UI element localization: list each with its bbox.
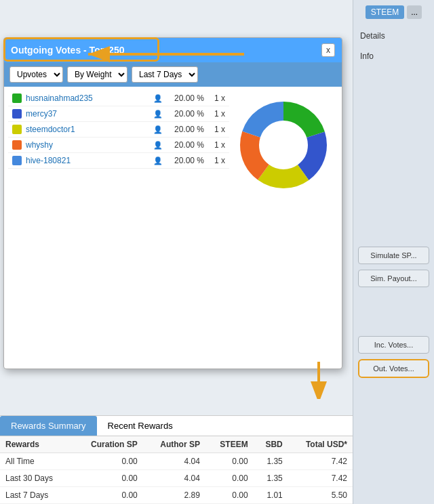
vote-percentage: 20.00 %: [167, 109, 204, 119]
vote-count: 1 x: [208, 93, 225, 103]
sidebar-item-info[interactable]: Info: [353, 47, 434, 65]
simulate-sp-button[interactable]: Simulate SP...: [358, 247, 429, 264]
modal-header: Outgoing Votes - Top 250 x: [4, 38, 342, 62]
vote-count: 1 x: [208, 125, 225, 134]
weight-select[interactable]: By Weight: [67, 66, 127, 83]
modal-outgoing-votes: Outgoing Votes - Top 250 x Upvotes By We…: [3, 37, 342, 369]
steem-button[interactable]: STEEM: [366, 5, 404, 19]
out-votes-button[interactable]: Out. Votes...: [358, 359, 429, 378]
vote-color-indicator: [12, 109, 22, 119]
filter-bar: Upvotes By Weight Last 7 Days: [4, 62, 342, 87]
rewards-cell: 4.04: [143, 470, 205, 487]
vote-percentage: 20.00 %: [167, 140, 204, 150]
rewards-table-body: All Time0.004.040.001.357.42Last 30 Days…: [0, 453, 353, 504]
chart-area: [229, 91, 338, 359]
vote-username[interactable]: whyshy: [26, 140, 149, 150]
rewards-col-header: Total USD*: [288, 436, 353, 453]
user-icon: 👤: [153, 141, 163, 150]
vote-row: mercy37 👤 20.00 % 1 x: [8, 106, 229, 122]
rewards-cell: 0.00: [72, 470, 143, 487]
sidebar-top-bar: STEEM ...: [366, 5, 422, 19]
rewards-cell: 5.50: [288, 487, 353, 504]
rewards-table-header: RewardsCuration SPAuthor SPSTEEMSBDTotal…: [0, 436, 353, 453]
vote-percentage: 20.00 %: [167, 93, 204, 103]
inc-votes-button[interactable]: Inc. Votes...: [358, 336, 429, 354]
rewards-col-header: Curation SP: [72, 436, 143, 453]
rewards-table: RewardsCuration SPAuthor SPSTEEMSBDTotal…: [0, 436, 353, 504]
vote-row: steemdoctor1 👤 20.00 % 1 x: [8, 122, 229, 138]
rewards-cell: 0.00: [72, 487, 143, 504]
vote-count: 1 x: [208, 109, 225, 119]
dots-button[interactable]: ...: [407, 5, 422, 19]
vote-color-indicator: [12, 125, 22, 134]
rewards-cell: 7.42: [288, 470, 353, 487]
vote-username[interactable]: husnainahmad235: [26, 93, 149, 103]
rewards-cell: 0.00: [205, 453, 254, 470]
modal-body: husnainahmad235 👤 20.00 % 1 x mercy37 👤 …: [4, 87, 342, 363]
vote-row: hive-180821 👤 20.00 % 1 x: [8, 153, 229, 169]
rewards-cell: 0.00: [72, 453, 143, 470]
vote-username[interactable]: hive-180821: [26, 156, 149, 165]
user-icon: 👤: [153, 125, 163, 134]
rewards-cell: 7.42: [288, 453, 353, 470]
rewards-col-header: Rewards: [0, 436, 72, 453]
rewards-col-header: STEEM: [205, 436, 254, 453]
vote-count: 1 x: [208, 140, 225, 150]
modal-title: Outgoing Votes - Top 250: [11, 45, 124, 56]
vote-color-indicator: [12, 93, 22, 103]
vote-username[interactable]: steemdoctor1: [26, 125, 149, 134]
vote-username[interactable]: mercy37: [26, 109, 149, 119]
rewards-col-header: SBD: [254, 436, 288, 453]
chart-center: [269, 130, 298, 160]
rewards-row-label: All Time: [0, 453, 72, 470]
rewards-header-row: RewardsCuration SPAuthor SPSTEEMSBDTotal…: [0, 436, 353, 453]
rewards-row-label: Last 30 Days: [0, 470, 72, 487]
vote-list: husnainahmad235 👤 20.00 % 1 x mercy37 👤 …: [8, 91, 229, 359]
rewards-data-row: Last 30 Days0.004.040.001.357.42: [0, 470, 353, 487]
rewards-cell: 0.00: [205, 487, 254, 504]
rewards-data-row: All Time0.004.040.001.357.42: [0, 453, 353, 470]
user-icon: 👤: [153, 94, 163, 103]
vote-row: husnainahmad235 👤 20.00 % 1 x: [8, 91, 229, 106]
rewards-data-row: Last 7 Days0.002.890.001.015.50: [0, 487, 353, 504]
donut-chart: [236, 98, 331, 192]
rewards-col-header: Author SP: [143, 436, 205, 453]
rewards-section: Rewards Summary Recent Rewards RewardsCu…: [0, 415, 353, 504]
vote-percentage: 20.00 %: [167, 125, 204, 134]
vote-color-indicator: [12, 140, 22, 150]
rewards-cell: 4.04: [143, 453, 205, 470]
rewards-cell: 2.89: [143, 487, 205, 504]
vote-percentage: 20.00 %: [167, 156, 204, 165]
user-icon: 👤: [153, 110, 163, 119]
period-select[interactable]: Last 7 Days: [132, 66, 198, 83]
modal-close-button[interactable]: x: [321, 43, 335, 57]
vote-type-select[interactable]: Upvotes: [9, 66, 63, 83]
vote-color-indicator: [12, 156, 22, 165]
rewards-cell: 1.01: [254, 487, 288, 504]
sim-payout-button[interactable]: Sim. Payout...: [358, 270, 429, 287]
rewards-cell: 1.35: [254, 453, 288, 470]
vote-row: whyshy 👤 20.00 % 1 x: [8, 138, 229, 153]
rewards-tabs: Rewards Summary Recent Rewards: [0, 416, 353, 436]
rewards-row-label: Last 7 Days: [0, 487, 72, 504]
right-sidebar: STEEM ... Details Info Simulate SP... Si…: [353, 0, 434, 504]
recent-rewards-tab[interactable]: Recent Rewards: [97, 416, 184, 436]
sidebar-item-details[interactable]: Details: [353, 27, 434, 45]
rewards-cell: 0.00: [205, 470, 254, 487]
rewards-summary-tab[interactable]: Rewards Summary: [0, 416, 97, 436]
vote-count: 1 x: [208, 156, 225, 165]
user-icon: 👤: [153, 156, 163, 165]
rewards-cell: 1.35: [254, 470, 288, 487]
